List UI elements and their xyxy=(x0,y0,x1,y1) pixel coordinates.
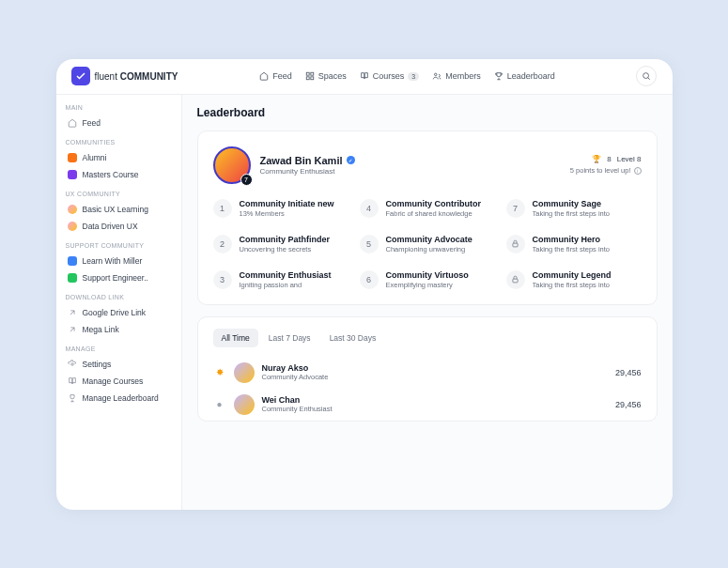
profile-row: 7 Zawad Bin Kamil Community Enthusiast 🏆… xyxy=(213,146,642,184)
sidebar-data-ux[interactable]: Data Driven UX xyxy=(64,218,174,235)
grid-icon xyxy=(305,71,315,81)
level-sub: Igniting passion and xyxy=(240,281,332,289)
avatar-icon xyxy=(68,205,77,214)
level-title: Community Legend xyxy=(533,270,612,280)
nav-leaderboard[interactable]: Leaderboard xyxy=(494,71,555,81)
lb-name: Wei Chan xyxy=(262,395,608,405)
profile-stats: 🏆 8 Level 8 5 points to level up! i xyxy=(570,155,642,175)
sidebar-label-support: SUPPORT COMMUNITY xyxy=(66,242,174,249)
level-item[interactable]: 3Community EnthusiastIgniting passion an… xyxy=(213,270,349,289)
level-title: Community Advocate xyxy=(386,235,472,244)
svg-rect-8 xyxy=(513,279,518,283)
lb-points: 29,456 xyxy=(615,400,642,409)
level-title: Community Contributor xyxy=(386,199,482,208)
sidebar-label-communities: COMMUNITIES xyxy=(66,139,174,146)
sidebar-label-main: MAIN xyxy=(66,104,174,111)
sidebar-label-ux: UX COMMUNITY xyxy=(66,191,174,197)
avatar-level-badge: 7 xyxy=(240,174,253,186)
svg-point-6 xyxy=(70,362,73,365)
level-badge xyxy=(506,235,525,253)
nav-spaces[interactable]: Spaces xyxy=(305,71,347,81)
level-item[interactable]: 4Community ContributorFabric of shared k… xyxy=(360,199,495,218)
sidebar-mega[interactable]: Mega Link xyxy=(64,321,174,338)
book-icon xyxy=(360,71,369,81)
level-item[interactable]: 2Community PathfinderUncovering the secr… xyxy=(213,235,349,253)
level-item[interactable]: 6Community VirtuosoExemplifying mastery xyxy=(360,270,495,289)
rank-icon: ✸ xyxy=(213,366,226,379)
tab-all-time[interactable]: All Time xyxy=(213,329,258,347)
sidebar-basic-ux[interactable]: Basic UX Learning xyxy=(64,201,174,218)
nav-courses[interactable]: Courses 3 xyxy=(360,71,419,81)
sidebar-manage-courses[interactable]: Manage Courses xyxy=(64,373,174,390)
level-item[interactable]: Community HeroTaking the first steps int… xyxy=(506,235,642,253)
topnav: Feed Spaces Courses 3 Members Leaderboar… xyxy=(259,71,555,81)
svg-rect-2 xyxy=(306,77,309,80)
book-icon xyxy=(68,376,77,386)
sidebar-settings[interactable]: Settings xyxy=(64,356,174,373)
level-badge: 3 xyxy=(213,270,232,289)
level-sub: 13% Members xyxy=(240,209,334,218)
lock-icon xyxy=(511,239,519,248)
svg-rect-3 xyxy=(311,77,314,80)
nav-members[interactable]: Members xyxy=(432,71,481,81)
level-title: Community Sage xyxy=(533,199,611,208)
sidebar-label-download: DOWNLOAD LINK xyxy=(66,294,174,300)
profile-role: Community Enthusiast xyxy=(260,167,570,176)
trophy-icon xyxy=(494,71,503,81)
profile-info: Zawad Bin Kamil Community Enthusiast xyxy=(260,155,570,176)
sidebar-alumni[interactable]: Alumni xyxy=(64,149,174,166)
level-sub: Championing unwavering xyxy=(386,245,472,253)
home-icon xyxy=(68,118,77,128)
sidebar-feed[interactable]: Feed xyxy=(64,115,174,131)
app-window: fluent COMMUNITY Feed Spaces Courses 3 M… xyxy=(56,59,673,510)
level-title: Community Initiate new xyxy=(240,199,334,208)
level-item[interactable]: 1Community Initiate new13% Members xyxy=(213,199,349,218)
level-item[interactable]: 5Community AdvocateChampioning unwaverin… xyxy=(360,235,495,253)
leaderboard-row[interactable]: ●Wei ChanCommunity Enthusiast29,456 xyxy=(213,389,642,421)
level-title: Community Virtuoso xyxy=(386,270,469,280)
lb-role: Community Advocate xyxy=(262,373,608,381)
level-badge xyxy=(506,270,525,289)
cup-icon: 🏆 xyxy=(592,155,601,163)
arrow-icon xyxy=(68,308,77,317)
level-item[interactable]: 7Community SageTaking the first steps in… xyxy=(506,199,642,218)
level-badge: 6 xyxy=(360,270,379,289)
info-icon[interactable]: i xyxy=(634,167,642,175)
search-button[interactable] xyxy=(636,66,657,86)
arrow-icon xyxy=(68,325,77,334)
lb-name: Nuray Akso xyxy=(262,363,608,373)
sidebar: MAIN Feed COMMUNITIES Alumni Masters Cou… xyxy=(56,95,182,510)
tab-last-7[interactable]: Last 7 Days xyxy=(260,329,319,347)
level-sub: Taking the first steps into xyxy=(533,245,611,253)
leaderboard-card: All Time Last 7 Days Last 30 Days ✸Nuray… xyxy=(197,316,658,422)
level-title: Community Enthusiast xyxy=(240,270,332,280)
svg-point-4 xyxy=(435,73,438,76)
level-sub: Fabric of shared knowledge xyxy=(386,209,482,218)
users-icon xyxy=(432,71,441,81)
levels-grid: 1Community Initiate new13% Members4Commu… xyxy=(213,199,642,289)
body: MAIN Feed COMMUNITIES Alumni Masters Cou… xyxy=(56,95,673,510)
sidebar-masters[interactable]: Masters Course xyxy=(64,166,174,183)
level-item[interactable]: Community LegendTaking the first steps i… xyxy=(506,270,642,289)
logo[interactable]: fluent COMMUNITY xyxy=(71,67,178,85)
leaderboard-rows: ✸Nuray AksoCommunity Advocate29,456●Wei … xyxy=(213,357,642,421)
avatar[interactable]: 7 xyxy=(213,146,251,184)
time-tabs: All Time Last 7 Days Last 30 Days xyxy=(213,329,642,347)
courses-badge: 3 xyxy=(408,72,419,81)
main: Leaderboard 7 Zawad Bin Kamil Community … xyxy=(182,95,673,510)
search-icon xyxy=(642,71,651,81)
nav-feed[interactable]: Feed xyxy=(259,71,292,81)
page-title: Leaderboard xyxy=(197,106,658,119)
svg-rect-0 xyxy=(306,72,309,75)
tab-last-30[interactable]: Last 30 Days xyxy=(321,329,385,347)
leaderboard-row[interactable]: ✸Nuray AksoCommunity Advocate29,456 xyxy=(213,357,642,389)
sidebar-learn-miller[interactable]: Learn With Miller xyxy=(64,253,174,269)
sidebar-gdrive[interactable]: Google Drive Link xyxy=(64,304,174,321)
avatar-icon xyxy=(234,362,255,383)
lock-icon xyxy=(511,275,519,284)
level-badge: 4 xyxy=(360,199,379,218)
avatar-icon xyxy=(68,222,77,231)
level-title: Community Pathfinder xyxy=(240,235,331,244)
sidebar-support-eng[interactable]: Support Engineer.. xyxy=(64,269,174,286)
sidebar-manage-lb[interactable]: Manage Leaderboard xyxy=(64,390,174,407)
